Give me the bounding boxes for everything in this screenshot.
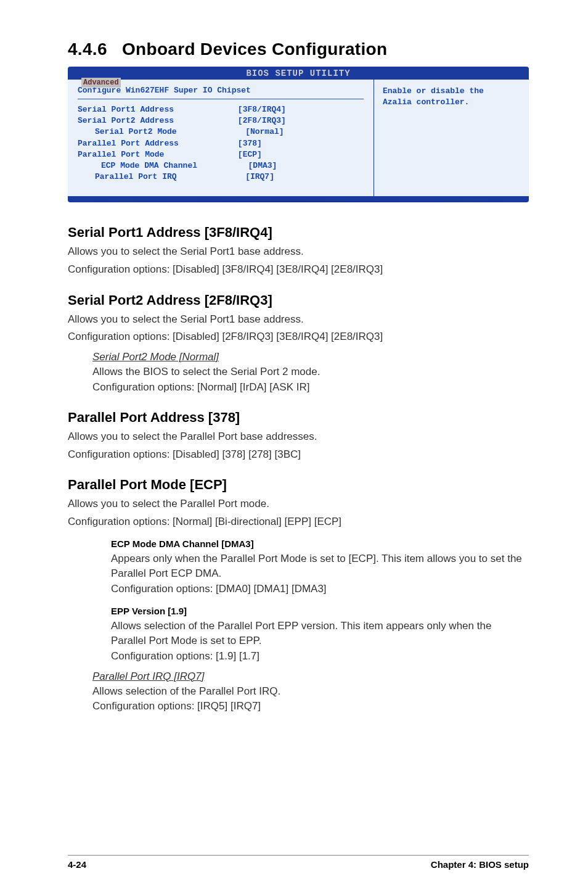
bios-right-panel: Enable or disable the Azalia controller. (374, 80, 529, 196)
body-text: Configuration options: [Normal] [IrDA] [… (92, 380, 529, 395)
bios-row: Serial Port2 Address [2F8/IRQ3] (78, 115, 364, 126)
bios-row-label: Parallel Port Mode (78, 149, 238, 160)
bios-footer-shadow (68, 196, 529, 202)
bios-row-value: [378] (238, 138, 364, 149)
bios-row: Parallel Port IRQ [IRQ7] (78, 171, 364, 183)
body-text: Configuration options: [Disabled] [378] … (68, 447, 529, 463)
body-text: Configuration options: [1.9] [1.7] (111, 649, 529, 664)
bios-row-value: [ECP] (238, 149, 364, 160)
bios-title: BIOS SETUP UTILITY (68, 67, 529, 80)
footer-chapter-label: Chapter 4: BIOS setup (431, 859, 529, 870)
bios-row-value: [IRQ7] (245, 171, 364, 183)
bios-row-label: Serial Port1 Address (78, 104, 238, 115)
body-text: Configuration options: [IRQ5] [IRQ7] (92, 699, 529, 714)
body-text: Allows selection of the Parallel Port EP… (111, 619, 529, 649)
body-text: Appears only when the Parallel Port Mode… (111, 551, 529, 582)
bios-row-label: Parallel Port Address (78, 138, 238, 149)
bios-help-line2: Azalia controller. (383, 97, 521, 108)
body-text: Allows selection of the Parallel Port IR… (92, 684, 529, 699)
bios-row-label: Parallel Port IRQ (95, 171, 245, 183)
bios-row: Parallel Port Address [378] (78, 138, 364, 149)
body-text: Allows you to select the Parallel Port b… (68, 429, 529, 445)
body-text: Configuration options: [Normal] [Bi-dire… (68, 514, 529, 530)
bios-tab-advanced: Advanced (81, 78, 121, 88)
bios-row-label: ECP Mode DMA Channel (101, 160, 248, 171)
sub-block: Parallel Port IRQ [IRQ7] Allows selectio… (68, 670, 529, 714)
bios-row-value: [DMA3] (248, 160, 364, 171)
serial-port1-heading: Serial Port1 Address [3F8/IRQ4] (68, 225, 529, 241)
section-number: 4.4.6 (68, 39, 107, 59)
body-text: Allows you to select the Serial Port1 ba… (68, 312, 529, 328)
body-text: Configuration options: [Disabled] [3F8/I… (68, 262, 529, 278)
parallel-port-irq-heading: Parallel Port IRQ [IRQ7] (92, 670, 529, 683)
sub-block: Serial Port2 Mode [Normal] Allows the BI… (68, 351, 529, 395)
serial-port2-heading: Serial Port2 Address [2F8/IRQ3] (68, 292, 529, 308)
ecp-dma-heading: ECP Mode DMA Channel [DMA3] (111, 538, 529, 549)
body-text: Allows you to select the Serial Port1 ba… (68, 244, 529, 260)
parallel-port-address-heading: Parallel Port Address [378] (68, 410, 529, 426)
page-footer: 4-24 Chapter 4: BIOS setup (68, 855, 529, 870)
bios-row: Parallel Port Mode [ECP] (78, 149, 364, 160)
epp-version-heading: EPP Version [1.9] (111, 606, 529, 616)
body-text: Allows you to select the Parallel Port m… (68, 497, 529, 512)
bios-row-label: Serial Port2 Address (78, 115, 238, 126)
bios-row-value: [3F8/IRQ4] (238, 104, 364, 115)
section-title: Onboard Devices Configuration (122, 39, 387, 59)
bios-screenshot: BIOS SETUP UTILITY Advanced Configure Wi… (68, 67, 529, 202)
bios-row-label: Serial Port2 Mode (95, 126, 245, 138)
body-text: Allows the BIOS to select the Serial Por… (92, 365, 529, 380)
bios-row: Serial Port2 Mode [Normal] (78, 126, 364, 138)
bios-row-value: [2F8/IRQ3] (238, 115, 364, 126)
bios-row-value: [Normal] (245, 126, 364, 138)
section-heading: 4.4.6 Onboard Devices Configuration (68, 39, 529, 59)
bios-row: ECP Mode DMA Channel [DMA3] (78, 160, 364, 171)
bios-row: Serial Port1 Address [3F8/IRQ4] (78, 104, 364, 115)
parallel-port-mode-heading: Parallel Port Mode [ECP] (68, 477, 529, 493)
bios-left-panel: Configure Win627EHF Super IO Chipset Ser… (68, 80, 374, 196)
sub-block: ECP Mode DMA Channel [DMA3] Appears only… (68, 538, 529, 664)
bios-body: Configure Win627EHF Super IO Chipset Ser… (68, 80, 529, 196)
bios-left-header: Configure Win627EHF Super IO Chipset (78, 86, 364, 99)
footer-page-number: 4-24 (68, 859, 86, 870)
body-text: Configuration options: [DMA0] [DMA1] [DM… (111, 582, 529, 597)
page-root: 4.4.6 Onboard Devices Configuration BIOS… (0, 0, 588, 887)
serial-port2-mode-heading: Serial Port2 Mode [Normal] (92, 351, 529, 363)
bios-help-line1: Enable or disable the (383, 86, 521, 97)
body-text: Configuration options: [Disabled] [2F8/I… (68, 329, 529, 345)
